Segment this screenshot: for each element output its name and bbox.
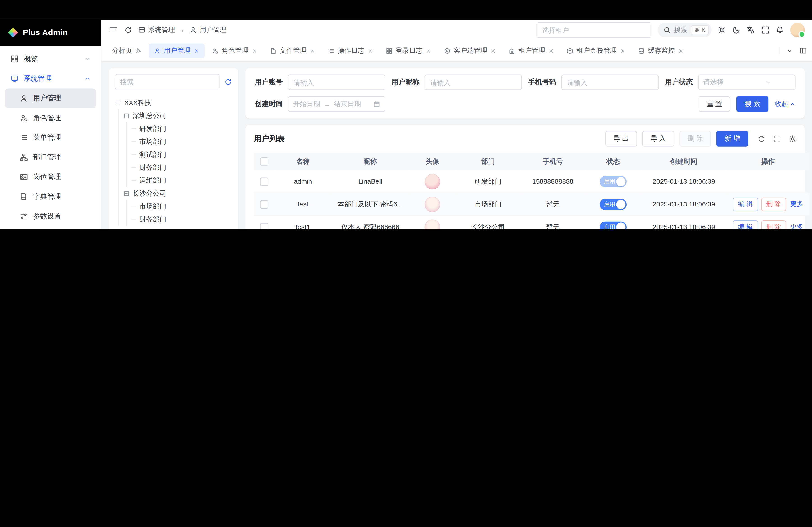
select-all-checkbox[interactable] [260,157,269,166]
row-checkbox[interactable] [260,223,269,229]
tab-tenant-mgmt[interactable]: 租户管理 [504,44,560,58]
export-button[interactable]: 导 出 [605,131,637,147]
tab-tenant-package-mgmt[interactable]: 租户套餐管理 [562,44,631,58]
close-icon[interactable] [490,48,496,54]
sidebar-item-label: 概览 [24,54,79,63]
close-icon[interactable] [678,48,683,54]
tree-node[interactable]: 市场部门 [131,200,232,213]
sidebar-item-param-settings[interactable]: 参数设置 [5,207,96,226]
collapse-node-icon[interactable] [123,190,129,197]
tab-cache-monitor[interactable]: 缓存监控 [633,44,689,58]
dark-mode-icon[interactable] [732,26,740,34]
collapse-node-icon[interactable] [115,100,121,106]
collapse-node-icon[interactable] [123,112,129,119]
add-button[interactable]: 新 增 [716,131,748,147]
sidebar-item-system-mgmt[interactable]: 系统管理 [5,69,96,88]
tree-node-label: 测试部门 [140,150,166,159]
tab-analysis[interactable]: 分析页 [107,44,147,58]
tree-node[interactable]: 深圳总公司 [123,109,232,122]
account-input[interactable] [288,75,386,90]
sidebar-item-dept-mgmt[interactable]: 部门管理 [5,147,96,167]
tab-file-mgmt[interactable]: 文件管理 [264,44,320,58]
close-icon[interactable] [620,48,625,54]
tree-node[interactable]: 运维部门 [131,174,232,187]
sidebar-item-dict-mgmt[interactable]: 字典管理 [5,187,96,207]
edit-button[interactable]: 编 辑 [733,197,758,211]
sidebar-item-role-mgmt[interactable]: 角色管理 [5,108,96,128]
close-icon[interactable] [194,48,199,54]
tree-node[interactable]: 财务部门 [131,213,232,226]
tab-login-log[interactable]: 登录日志 [381,44,437,58]
breadcrumb-current-label: 用户管理 [200,26,227,35]
settings-gear-icon[interactable] [718,26,726,34]
nickname-input[interactable] [425,75,522,90]
more-link[interactable]: 更多 [791,223,803,229]
close-icon[interactable] [548,48,554,54]
tenant-select[interactable] [536,22,651,38]
brand-logo-icon [8,28,18,38]
status-select[interactable]: 请选择 [698,75,796,90]
row-checkbox[interactable] [260,200,269,208]
pin-icon[interactable] [135,48,142,54]
file-icon [270,47,277,54]
notification-bell-icon[interactable] [776,26,784,34]
fullscreen-icon[interactable] [761,26,770,34]
close-icon[interactable] [252,48,257,54]
more-link[interactable]: 更多 [791,200,803,209]
delete-row-button[interactable]: 删 除 [761,220,786,229]
collapse-filters-link[interactable]: 收起 [775,100,796,109]
tab-operation-log[interactable]: 操作日志 [322,44,378,58]
tree-node[interactable]: XXX科技 [115,96,232,109]
layout-icon[interactable] [800,47,807,54]
status-toggle[interactable]: 启用 [600,221,627,229]
user-avatar[interactable] [791,23,805,37]
tree-node[interactable]: 长沙分公司 [123,187,232,200]
tab-bar: 分析页 用户管理 角色管理 文件管理 [102,40,812,62]
create-time-label: 创建时间 [255,100,283,109]
brand[interactable]: Plus Admin [0,20,101,46]
delete-row-button[interactable]: 删 除 [761,197,786,211]
refresh-icon[interactable] [124,26,132,34]
sidebar-item-label: 字典管理 [33,192,91,201]
table-fullscreen-icon[interactable] [773,135,781,142]
hamburger-menu-icon[interactable] [109,26,118,35]
tree-node[interactable]: 测试部门 [131,148,232,161]
global-search[interactable]: 搜索 ⌘ K [657,23,712,37]
date-range-picker[interactable]: 开始日期 → 结束日期 [288,96,386,112]
table-settings-icon[interactable] [789,135,796,142]
status-toggle[interactable]: 启用 [600,176,627,187]
tree-node[interactable]: 研发部门 [131,122,232,135]
sidebar-item-overview[interactable]: 概览 [5,49,96,69]
tree-node[interactable]: 财务部门 [131,161,232,174]
sidebar-item-notice[interactable]: 通知公告 [5,226,96,229]
row-checkbox[interactable] [260,177,269,185]
edit-button[interactable]: 编 辑 [733,220,758,229]
table-refresh-icon[interactable] [758,135,765,142]
tab-user-mgmt[interactable]: 用户管理 [149,44,205,58]
translate-icon[interactable] [747,26,755,34]
sidebar-item-post-mgmt[interactable]: 岗位管理 [5,167,96,187]
status-toggle[interactable]: 启用 [600,198,627,210]
tree-search-input[interactable] [115,74,220,90]
tab-role-mgmt[interactable]: 角色管理 [207,44,263,58]
close-icon[interactable] [426,48,431,54]
tab-list-dropdown-icon[interactable] [786,47,793,54]
reset-button[interactable]: 重 置 [698,96,730,112]
sidebar-item-label: 用户管理 [33,94,91,103]
start-date-placeholder: 开始日期 [293,100,320,109]
close-icon[interactable] [368,48,373,54]
sidebar-item-menu-mgmt[interactable]: 菜单管理 [5,128,96,147]
sidebar-item-user-mgmt[interactable]: 用户管理 [5,89,96,108]
import-button[interactable]: 导 入 [642,131,674,147]
phone-input[interactable] [562,75,659,90]
search-button[interactable]: 搜 索 [737,96,768,112]
delete-button[interactable]: 删 除 [679,131,711,147]
breadcrumb-root[interactable]: 系统管理 [138,26,175,35]
top-header: 系统管理 › 用户管理 搜索 ⌘ K [102,20,812,40]
close-icon[interactable] [310,48,315,54]
tab-client-mgmt[interactable]: 客户端管理 [439,44,502,58]
breadcrumb-current[interactable]: 用户管理 [190,26,227,35]
tree-node[interactable]: 市场部门 [131,135,232,148]
tree-refresh-icon[interactable] [224,78,232,86]
tab-tools [779,47,807,54]
